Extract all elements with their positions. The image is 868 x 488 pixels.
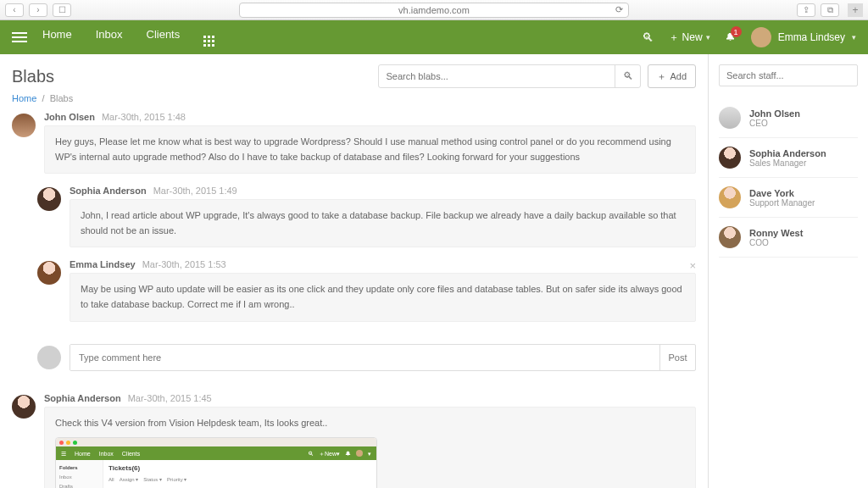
tabs-icon[interactable]: ⧉ [821,3,839,17]
staff-name: Ronny West [749,228,803,238]
post-time: Mar-30th, 2015 1:53 [142,259,226,269]
browser-back-button[interactable]: ‹ [5,3,24,17]
reload-icon[interactable]: ⟳ [615,4,623,15]
staff-sidebar: John OlsenCEO Sophia AndersonSales Manag… [709,54,868,488]
staff-role: COO [749,238,803,247]
browser-forward-button[interactable]: › [29,3,47,17]
staff-name: Dave York [749,188,815,198]
search-button-icon[interactable]: 🔍︎ [615,65,640,87]
post-time: Mar-30th, 2015 1:49 [153,186,237,196]
nav-inbox[interactable]: Inbox [96,28,123,47]
new-tab-button[interactable]: + [848,3,863,17]
staff-name: Sophia Anderson [749,148,826,158]
notifications-icon[interactable]: 🔔︎1 [726,31,736,43]
post-author: Sophia Anderson [44,393,121,403]
blab-post: John OlsenMar-30th, 2015 1:48 Hey guys, … [12,112,696,180]
user-menu[interactable]: Emma Lindsey ▾ [751,27,856,47]
top-nav: Home Inbox Clients [42,28,214,47]
blab-post: Sophia AndersonMar-30th, 2015 1:45 Check… [12,393,696,488]
menu-icon[interactable] [12,32,27,42]
post-time: Mar-30th, 2015 1:48 [102,112,186,122]
avatar [37,346,61,369]
staff-item[interactable]: Dave YorkSupport Manager [719,178,858,218]
post-comment-button[interactable]: Post [659,345,695,370]
search-blabs-input[interactable] [379,71,615,81]
staff-role: Support Manager [749,198,815,208]
post-time: Mar-30th, 2015 1:45 [128,393,212,403]
blab-reply: Emma LindseyMar-30th, 2015 1:53× May be … [37,259,696,328]
avatar [12,114,36,137]
nav-home[interactable]: Home [42,28,72,47]
comment-input[interactable] [70,345,659,370]
browser-address-bar[interactable]: vh.iamdemo.com ⟳ [239,3,629,18]
new-button[interactable]: ＋ New ▾ [669,30,710,45]
search-blabs: 🔍︎ [378,64,641,88]
avatar [12,395,36,419]
post-message: Hey guys, Please let me know what is bes… [44,125,696,174]
post-author: John Olsen [44,112,95,122]
user-name: Emma Lindsey [778,31,845,43]
main-content: Blabs 🔍︎ ＋ Add Home / Blabs John OlsenMa… [0,54,709,488]
share-icon[interactable]: ⇪ [797,3,815,17]
browser-url-text: vh.iamdemo.com [398,5,470,15]
avatar [719,147,741,169]
staff-item[interactable]: Ronny WestCOO [719,218,858,258]
staff-item[interactable]: Sophia AndersonSales Manager [719,138,858,178]
staff-role: Sales Manager [749,158,826,168]
attached-screenshot[interactable]: ☰ HomeInboxClients 🔍︎＋New▾🔔︎▾ Folders In… [55,437,377,488]
app-topbar: Home Inbox Clients 🔍︎ ＋ New ▾ 🔔︎1 Emma L… [0,20,868,54]
avatar [719,226,741,248]
post-author: Emma Lindsey [70,259,136,269]
comment-row: Post [37,344,696,371]
avatar [37,187,61,211]
post-author: Sophia Anderson [70,186,147,196]
breadcrumb-home[interactable]: Home [12,93,36,103]
browser-chrome: ‹ › ☐ vh.iamdemo.com ⟳ ⇪ ⧉ + [0,0,868,20]
apps-icon[interactable] [203,28,214,47]
add-button[interactable]: ＋ Add [648,64,696,88]
staff-role: CEO [749,119,800,128]
breadcrumb: Home / Blabs [0,93,708,112]
close-icon[interactable]: × [689,259,696,272]
search-staff-input[interactable] [719,64,858,86]
breadcrumb-current: Blabs [50,93,74,103]
page-title: Blabs [12,67,54,86]
avatar [751,27,771,47]
browser-sidebar-button[interactable]: ☐ [53,3,71,17]
nav-clients[interactable]: Clients [147,28,181,47]
staff-item[interactable]: John OlsenCEO [719,98,858,138]
avatar [37,261,61,285]
search-icon[interactable]: 🔍︎ [642,30,654,44]
post-message: John, I read article about WP upgrade, I… [70,199,696,247]
avatar [719,107,741,129]
notification-badge: 1 [731,26,742,37]
staff-name: John Olsen [749,108,800,119]
avatar [719,186,741,208]
post-message: May be using WP auto update will be easi… [70,273,696,321]
post-message: Check this V4 version from Vision Helpde… [44,407,696,488]
blab-reply: Sophia AndersonMar-30th, 2015 1:49 John,… [37,186,696,254]
